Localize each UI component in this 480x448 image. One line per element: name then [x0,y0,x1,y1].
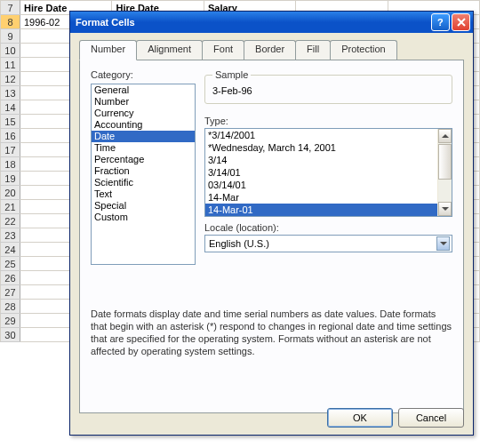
row-header[interactable]: 17 [1,143,20,157]
row-header[interactable]: 15 [1,115,20,129]
tab-page-number: Category: GeneralNumberCurrencyAccountin… [79,60,464,413]
row-header[interactable]: 18 [1,157,20,172]
type-scrollbar[interactable] [437,129,452,216]
category-option[interactable]: Special [92,200,195,212]
type-listbox[interactable]: *3/14/2001*Wednesday, March 14, 20013/14… [204,128,452,217]
category-option[interactable]: Number [92,96,195,108]
tab-protection[interactable]: Protection [330,40,397,60]
row-header[interactable]: 30 [1,328,20,342]
category-option[interactable]: Custom [92,212,195,223]
category-option[interactable]: Scientific [92,177,195,188]
chevron-up-icon [442,134,449,138]
row-header[interactable]: 9 [1,29,20,44]
help-icon: ? [436,17,446,28]
row-header[interactable]: 16 [1,129,20,143]
close-button[interactable] [452,13,470,31]
category-option[interactable]: Time [92,142,195,154]
help-button[interactable]: ? [431,13,450,31]
row-header[interactable]: 24 [1,243,20,257]
category-option[interactable]: Currency [92,108,195,119]
locale-label: Locale (location): [204,222,279,233]
scroll-up-button[interactable] [438,129,452,143]
locale-dropdown-button[interactable] [436,236,450,251]
chevron-down-icon [440,242,447,245]
ok-button[interactable]: OK [327,408,393,428]
sample-label: Sample [212,69,251,80]
category-listbox[interactable]: GeneralNumberCurrencyAccountingDateTimeP… [91,84,196,265]
row-header[interactable]: 7 [1,1,20,15]
row-header[interactable]: 10 [1,44,20,58]
row-header[interactable]: 22 [1,214,20,228]
category-option[interactable]: General [92,84,195,96]
category-label: Category: [91,69,133,80]
category-option[interactable]: Percentage [92,154,195,165]
row-header[interactable]: 21 [1,200,20,214]
category-option[interactable]: Text [92,188,195,200]
type-option[interactable]: 14-Mar-01 [205,204,437,216]
row-header[interactable]: 25 [1,257,20,271]
tab-fill[interactable]: Fill [295,40,331,60]
type-option[interactable]: 3/14 [205,154,437,166]
category-option[interactable]: Fraction [92,165,195,177]
sample-value: 3-Feb-96 [212,85,444,96]
row-header[interactable]: 29 [1,314,20,328]
row-header[interactable]: 12 [1,72,20,86]
row-header[interactable]: 26 [1,271,20,285]
row-header[interactable]: 20 [1,186,20,200]
type-option[interactable]: 03/14/01 [205,179,437,191]
row-header[interactable]: 11 [1,58,20,72]
row-header[interactable]: 13 [1,86,20,100]
row-header[interactable]: 8 [1,15,20,29]
type-option[interactable]: *3/14/2001 [205,129,437,141]
locale-select[interactable]: English (U.S.) [204,235,452,252]
row-header[interactable]: 19 [1,172,20,186]
type-option[interactable]: *Wednesday, March 14, 2001 [205,141,437,154]
sample-group: Sample 3-Feb-96 [204,69,452,104]
tab-font[interactable]: Font [202,40,244,60]
explanation-text: Date formats display date and time seria… [91,308,452,357]
scroll-down-button[interactable] [438,202,452,216]
tab-number[interactable]: Number [79,40,137,60]
titlebar[interactable]: Format Cells ? [70,12,473,33]
type-label: Type: [204,116,228,126]
close-icon [457,18,466,27]
tab-alignment[interactable]: Alignment [136,40,203,60]
type-option[interactable]: 3/14/01 [205,166,437,179]
tab-strip: NumberAlignmentFontBorderFillProtection [79,40,464,60]
svg-text:?: ? [437,17,444,28]
row-header[interactable]: 14 [1,100,20,115]
cancel-button[interactable]: Cancel [398,408,464,428]
category-option[interactable]: Accounting [92,119,195,131]
dialog-title: Format Cells [76,17,429,28]
chevron-down-icon [442,207,449,211]
row-header[interactable]: 27 [1,285,20,300]
row-header[interactable]: 23 [1,228,20,243]
locale-value: English (U.S.) [209,238,269,249]
format-cells-dialog: Format Cells ? NumberAlignmentFontBorder… [69,11,474,436]
scroll-thumb[interactable] [438,144,452,180]
category-option[interactable]: Date [92,131,195,142]
row-header[interactable]: 28 [1,300,20,314]
type-option[interactable]: 14-Mar [205,191,437,204]
tab-border[interactable]: Border [244,40,296,60]
